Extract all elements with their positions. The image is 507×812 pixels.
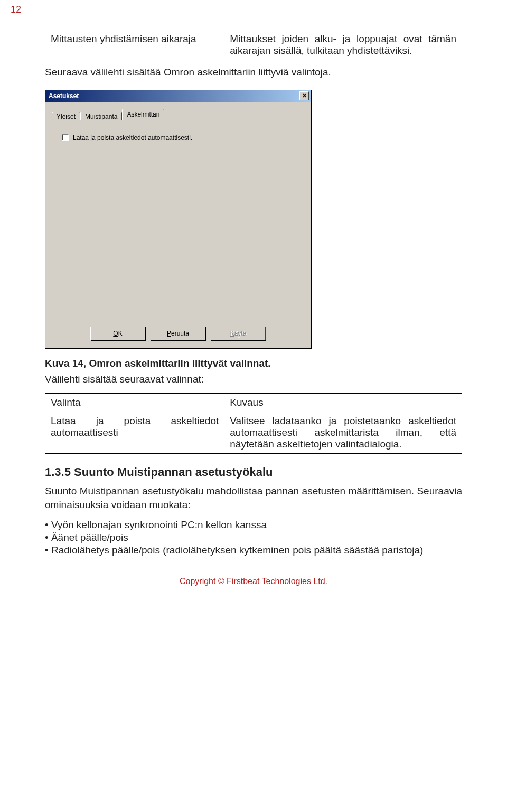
tab-strip: Yleiset Muistipanta Askelmittari [52,108,304,120]
dialog-titlebar: Asetukset ✕ [45,90,311,102]
close-icon: ✕ [302,93,307,99]
cell-header-right: Kuvaus [224,394,462,412]
list-item: Radiolähetys päälle/pois (radiolähetykse… [45,544,462,556]
ok-button[interactable]: OK [90,327,145,340]
cell-left: Mittausten yhdistämisen aikaraja [45,30,224,60]
paragraph: Suunto Muistipannan asetustyökalu mahdol… [45,484,462,511]
paragraph: Seuraava välilehti sisältää Omron askelm… [45,65,462,79]
tab-panel: Lataa ja poista askeltiedot automaattise… [52,120,304,320]
list-item: Äänet päälle/pois [45,532,462,543]
dialog-screenshot: Asetukset ✕ Yleiset Muistipanta Askelmit… [45,90,311,348]
close-button[interactable]: ✕ [299,91,309,100]
table-row: Mittausten yhdistämisen aikaraja Mittauk… [45,30,462,60]
figure-caption: Kuva 14, Omron askelmittariin liittyvät … [45,358,462,369]
footer-copyright: Copyright © Firstbeat Technologies Ltd. [45,577,462,586]
table-row: Lataa ja poista askeltiedot automaattise… [45,412,462,454]
cell-right: Mittaukset joiden alku- ja loppuajat ova… [224,30,462,60]
cell-left: Lataa ja poista askeltiedot automaattise… [45,412,224,454]
checkbox-label: Lataa ja poista askeltiedot automaattise… [73,134,192,141]
dialog-title: Asetukset [49,92,79,100]
header-rule [45,8,462,8]
cell-header-left: Valinta [45,394,224,412]
tab-askelmittari[interactable]: Askelmittari [122,109,164,120]
table-options: Valinta Kuvaus Lataa ja poista askeltied… [45,393,462,454]
table-measurement-merge: Mittausten yhdistämisen aikaraja Mittauk… [45,30,462,60]
page-number: 12 [11,4,21,15]
list-item: Vyön kellonajan synkronointi PC:n kellon… [45,519,462,531]
cell-right: Valitsee ladataanko ja poistetaanko aske… [224,412,462,454]
apply-button[interactable]: Käytä [211,327,266,340]
paragraph: Välilehti sisältää seuraavat valinnat: [45,372,462,386]
footer-rule [45,572,462,572]
section-heading: 1.3.5 Suunto Muistipannan asetustyökalu [45,465,462,479]
bullet-list: Vyön kellonajan synkronointi PC:n kellon… [45,519,462,556]
auto-load-remove-checkbox[interactable] [62,134,69,141]
cancel-button[interactable]: Peruuta [151,327,205,340]
table-row: Valinta Kuvaus [45,394,462,412]
